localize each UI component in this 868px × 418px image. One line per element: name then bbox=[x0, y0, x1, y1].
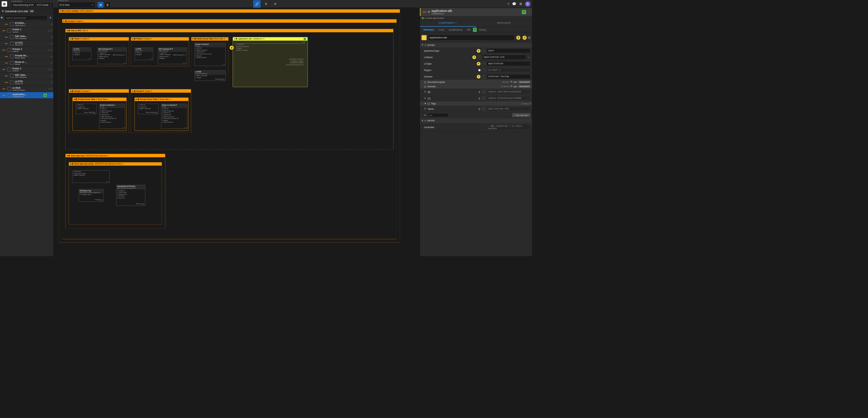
outline-item[interactable]: aws si-5755Elastic IP ✓ bbox=[0, 79, 54, 86]
credential-value: ➔ AWS Credential / si-tools-sandbox bbox=[487, 124, 530, 131]
diagram-view-button[interactable]: 🔗 bbox=[253, 0, 260, 7]
outline-item[interactable]: aws Public 1Subnet ✓✓ bbox=[0, 28, 54, 34]
hamburger-icon[interactable]: ☰ bbox=[2, 10, 4, 13]
gear-icon[interactable]: ⚙ bbox=[519, 2, 522, 6]
diagram-canvas[interactable]: − 63% + ? ⬇ ▸ ⊞ si-tools-sandbox AWS Cre… bbox=[54, 8, 420, 256]
more-icon[interactable]: ⋮ bbox=[528, 11, 530, 13]
subtab-add[interactable]: + bbox=[473, 28, 476, 32]
trash-icon[interactable]: 🗑 bbox=[478, 108, 481, 110]
outline-item[interactable]: aws si-7412Elastic IP ✓ bbox=[0, 40, 54, 47]
check-icon: ✓ bbox=[51, 42, 53, 45]
eye-view-button[interactable]: 👁 bbox=[271, 0, 279, 7]
aws-icon: aws bbox=[4, 54, 8, 58]
canvas-node[interactable]: Route to InternetRouteVPC IDAWS Credenti… bbox=[195, 43, 226, 66]
outline-search-input[interactable] bbox=[4, 15, 47, 20]
subtab-qualifications[interactable]: Qualifications bbox=[447, 28, 465, 32]
type-icon: I bbox=[482, 62, 485, 66]
aws-icon: aws bbox=[4, 22, 8, 26]
trash-icon[interactable]: 🗑 bbox=[478, 90, 481, 93]
subtab-code[interactable]: Code bbox=[436, 28, 446, 32]
canvas-node[interactable]: NAT Gateway IP 2NAT GatewaySubnet IDAWS … bbox=[158, 48, 187, 64]
filter-icon[interactable]: ▼ bbox=[48, 16, 53, 19]
attr-row: IpAddressType 5 I bbox=[420, 48, 532, 54]
subtab-debug[interactable]: Debug bbox=[477, 28, 488, 32]
lab-view-button[interactable]: ⚗ bbox=[262, 0, 270, 7]
tags-header[interactable]: ▼{ }Tags (1 item) I bbox=[420, 102, 532, 106]
shape-icon bbox=[7, 48, 11, 52]
aws-icon: aws bbox=[4, 73, 8, 78]
attr-input[interactable] bbox=[487, 74, 530, 79]
left-panel: ☰ DIAGRAM OUTLINE 23 🔍 ▼ aws ECSAllo...A… bbox=[0, 8, 54, 256]
subtab-diff[interactable]: Diff bbox=[465, 28, 472, 32]
aws-icon: aws bbox=[2, 48, 6, 52]
type-icon: I bbox=[482, 75, 485, 79]
avatar[interactable]: P bbox=[525, 1, 530, 6]
trash-icon[interactable]: 🗑 bbox=[105, 2, 110, 8]
section-domain[interactable]: ▼≡domain bbox=[420, 42, 532, 48]
canvas-node[interactable]: si-4918Internet GatewayAWS CredentialReg… bbox=[195, 70, 226, 81]
frame-icon[interactable]: ⊞ bbox=[528, 36, 530, 40]
check-icon: ✓ bbox=[51, 62, 53, 65]
check-icon: ✓ bbox=[51, 81, 53, 84]
subnet-value bbox=[487, 89, 530, 94]
component-name: application-alb bbox=[432, 9, 520, 13]
status-text: 1 minute ago by paul bbox=[424, 17, 444, 19]
check-icon: ✓ bbox=[48, 68, 50, 71]
check-icon: ✓ bbox=[51, 55, 53, 58]
fx-icon: f𝓍 bbox=[482, 90, 485, 94]
tag-key-input[interactable] bbox=[428, 113, 449, 117]
color-swatch[interactable] bbox=[421, 35, 427, 40]
check-icon: ✓ bbox=[48, 29, 50, 32]
attr-input[interactable] bbox=[487, 61, 530, 66]
shape-icon bbox=[7, 93, 11, 97]
trash-icon[interactable]: 🗑 bbox=[478, 97, 481, 99]
canvas-node[interactable]: Route to Internet 1RouteVPC IDAWS Creden… bbox=[99, 104, 125, 129]
outline-item[interactable]: aws NAT Gate...NAT Gateway ✓ bbox=[0, 73, 54, 79]
discord-icon[interactable]: 💬 bbox=[512, 2, 516, 6]
aws-icon: aws bbox=[422, 11, 426, 13]
canvas-node[interactable]: Route to Internet 2RouteVPC IDAWS Creden… bbox=[161, 104, 187, 129]
workspace-select[interactable]: Paul Authoring ECR → ECS Guide▼ bbox=[11, 2, 53, 7]
tag-value bbox=[487, 106, 530, 111]
fx-icon: f𝓍 bbox=[482, 97, 485, 100]
help-icon[interactable]: ? bbox=[507, 2, 509, 6]
subnet-value bbox=[487, 96, 530, 101]
changeset-select[interactable]: ECS Infra▼ bbox=[58, 2, 95, 8]
section-secrets[interactable]: ▼≡secrets bbox=[420, 118, 532, 123]
add-button[interactable]: + bbox=[522, 10, 526, 14]
attr-input[interactable] bbox=[482, 55, 526, 59]
outline-item[interactable]: aws Private 2Subnet ✓✓ bbox=[0, 47, 54, 53]
canvas-node[interactable]: NAT Gateway IP 1NAT GatewaySubnet IDAWS … bbox=[97, 48, 127, 64]
subnets-header[interactable]: [ ]Subnets (2 items) ⟳set: via socket ▾ bbox=[420, 84, 532, 89]
outline-item[interactable]: aws si-4918Internet Gatew... ✓✓ bbox=[0, 86, 54, 92]
component-name-input[interactable] bbox=[428, 35, 514, 41]
type-icon: I bbox=[477, 55, 481, 59]
outline-item[interactable]: aws application...Loadbalancer + ✓✓ bbox=[0, 92, 54, 99]
sgids-header[interactable]: [ ]SecurityGroupIds (empty) ⟳set: via so… bbox=[420, 80, 532, 84]
canvas-node[interactable]: AllowPullForECSTasksAWS IAM Policy State… bbox=[116, 185, 145, 206]
outline-item[interactable]: aws ECSAllo...AWS IAM C... ✓ bbox=[0, 21, 54, 28]
check-icon: ✓ bbox=[528, 56, 530, 59]
outline-item[interactable]: aws NAT Gate...NAT Gateway ✓ bbox=[0, 34, 54, 40]
marker-7: 7 bbox=[477, 75, 481, 79]
shape-icon bbox=[10, 55, 14, 58]
outline-item[interactable]: aws Public 2Subnet ✓✓ bbox=[0, 66, 54, 73]
attr-input[interactable] bbox=[487, 48, 530, 53]
outline-item[interactable]: aws Private Ro...Route Table ✓ bbox=[0, 53, 54, 60]
plus-icon: + bbox=[43, 93, 47, 97]
check-icon: ✓ bbox=[48, 49, 50, 52]
outline-item[interactable]: aws Route to ...Route ✓ bbox=[0, 60, 54, 66]
marker-6: 6 bbox=[477, 62, 481, 66]
topbar: ⊞ WORKSPACE: Paul Authoring ECR → ECS Gu… bbox=[0, 0, 532, 8]
app-logo[interactable]: ⊞ bbox=[2, 1, 7, 6]
check-icon: ✓ bbox=[48, 87, 50, 90]
marker-5: 5 bbox=[477, 49, 481, 53]
merge-icon[interactable]: ⇆ bbox=[97, 2, 103, 8]
tab-component[interactable]: COMPONENT ✓ bbox=[420, 20, 476, 27]
subtab-attributes[interactable]: Attributes bbox=[421, 28, 436, 32]
component-type-icon: ⊞ bbox=[428, 11, 430, 13]
canvas-node[interactable]: StatementRepository NameAWS Credential bbox=[72, 170, 109, 183]
add-map-item-button[interactable]: + Add map item bbox=[512, 113, 530, 117]
canvas-node[interactable]: Load Balancer NameLoad Balancer DNSLoad … bbox=[235, 43, 305, 44]
tab-resource[interactable]: RESOURCE bbox=[476, 20, 532, 27]
